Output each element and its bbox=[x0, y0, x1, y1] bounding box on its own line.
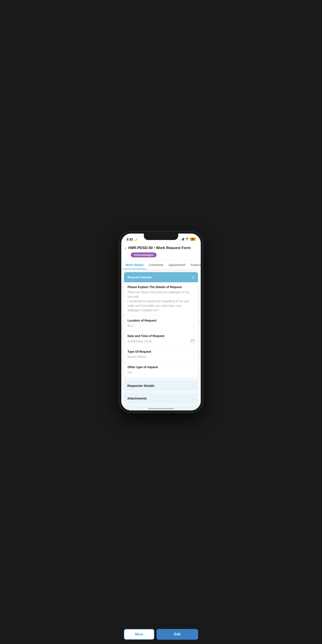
outcome-section[interactable]: Outcome ⌄ bbox=[124, 406, 198, 410]
notch bbox=[144, 234, 178, 240]
tab-appointment[interactable]: Appointment bbox=[166, 260, 188, 269]
request-details-body: Please Explain The Details of Request Th… bbox=[124, 282, 198, 378]
field-value-details: There are black mold and torn wallpaper … bbox=[128, 290, 194, 312]
field-location: Location of Request B-L1 ⌄ bbox=[124, 316, 198, 331]
chevron-down-icon: ⌄ bbox=[192, 355, 194, 359]
status-badge-container: Acknowledged bbox=[125, 252, 197, 258]
tab-bar: Work Details Comments Appointment Financ… bbox=[121, 260, 201, 270]
requester-details-title: Requester Details bbox=[127, 384, 154, 388]
moon-icon: 🌙 bbox=[134, 238, 137, 241]
request-details-card: Request Details ∧ Please Explain The Det… bbox=[124, 272, 198, 378]
calendar-icon bbox=[190, 339, 194, 344]
field-other-type: Other type of request n/a bbox=[124, 362, 198, 378]
chevron-down-icon: ⌄ bbox=[192, 409, 195, 411]
battery-value: 23 bbox=[192, 238, 194, 240]
page-header: ‹ #WR-PDSD-50 • Work Request Form Acknow… bbox=[121, 243, 201, 260]
field-date-time: Date and Time of Request 21/03/2024, 15:… bbox=[124, 331, 198, 347]
volume-silent-button bbox=[119, 259, 120, 267]
wifi-icon bbox=[185, 238, 189, 241]
svg-rect-0 bbox=[191, 340, 194, 342]
field-details-of-request: Please Explain The Details of Request Th… bbox=[124, 282, 198, 316]
attachments-title: Attachments bbox=[127, 396, 147, 400]
field-label-other-type: Other type of request bbox=[128, 365, 194, 369]
field-value-type: Report Defect bbox=[128, 355, 146, 359]
volume-down-button bbox=[119, 286, 120, 300]
back-button[interactable]: ‹ bbox=[125, 246, 126, 251]
volume-up-button bbox=[119, 270, 120, 283]
field-label-details: Please Explain The Details of Request bbox=[128, 285, 194, 289]
status-right-icons: 23 bbox=[180, 238, 196, 241]
attachments-section[interactable]: Attachments ⌄ bbox=[124, 393, 198, 404]
page-title: #WR-PDSD-50 • Work Request Form bbox=[128, 246, 190, 250]
request-details-header[interactable]: Request Details ∧ bbox=[124, 272, 198, 282]
field-value-datetime: 21/03/2024, 15:25 bbox=[128, 339, 152, 344]
time-display: 3:32 bbox=[126, 238, 133, 241]
phone-frame: 3:32 🌙 23 bbox=[119, 232, 203, 412]
header-top: ‹ #WR-PDSD-50 • Work Request Form bbox=[125, 246, 197, 251]
chevron-down-icon: ⌄ bbox=[192, 397, 195, 400]
home-indicator bbox=[148, 408, 174, 409]
signal-icon bbox=[180, 238, 184, 240]
field-label-datetime: Date and Time of Request bbox=[128, 334, 194, 338]
requester-details-section[interactable]: Requester Details ⌄ bbox=[124, 380, 198, 391]
screen-content: ‹ #WR-PDSD-50 • Work Request Form Acknow… bbox=[121, 243, 201, 410]
chevron-down-icon: ⌄ bbox=[192, 324, 194, 328]
power-button bbox=[202, 272, 203, 289]
tab-finance[interactable]: Finance bbox=[188, 260, 201, 269]
battery-indicator: 23 bbox=[190, 238, 196, 241]
tab-comments[interactable]: Comments bbox=[146, 260, 166, 269]
chevron-down-icon: ⌄ bbox=[192, 384, 195, 388]
request-details-title: Request Details bbox=[128, 276, 152, 279]
field-type-of-request: Type Of Request Report Defect ⌄ bbox=[124, 347, 198, 362]
field-label-location: Location of Request bbox=[128, 319, 194, 322]
status-time: 3:32 🌙 bbox=[126, 238, 137, 241]
status-badge: Acknowledged bbox=[131, 252, 156, 258]
field-value-other-type: n/a bbox=[128, 370, 194, 374]
field-label-type: Type Of Request bbox=[128, 350, 194, 353]
field-value-location: B-L1 bbox=[128, 324, 134, 328]
main-content: Request Details ∧ Please Explain The Det… bbox=[121, 270, 201, 410]
outcome-title: Outcome bbox=[127, 409, 141, 410]
tab-work-details[interactable]: Work Details bbox=[123, 260, 146, 269]
collapse-icon: ∧ bbox=[192, 275, 194, 279]
